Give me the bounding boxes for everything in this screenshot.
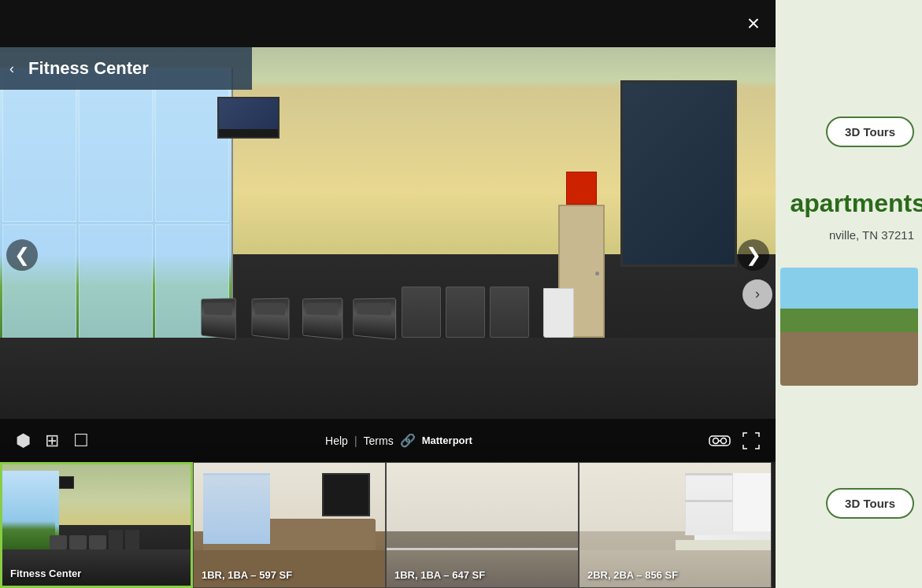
tv-screen bbox=[219, 98, 278, 129]
share-icon[interactable]: 🔗 bbox=[400, 433, 416, 448]
wall-display-inner bbox=[623, 83, 735, 264]
window-pane bbox=[79, 70, 153, 222]
treadmill-4 bbox=[354, 298, 397, 339]
weight-machine-2 bbox=[446, 287, 485, 338]
wall-display bbox=[620, 80, 737, 267]
vr-headset-icon[interactable] bbox=[709, 434, 731, 448]
panorama-viewer[interactable]: ‹ Fitness Center bbox=[0, 47, 776, 462]
thumbnail-fitness-center[interactable]: Fitness Center bbox=[0, 462, 193, 588]
next-button[interactable]: ❯ bbox=[738, 239, 769, 271]
thumbnail-1br-597[interactable]: 1BR, 1BA – 597 SF bbox=[193, 462, 386, 588]
thumbnail-label-2br-856: 2BR, 2BA – 856 SF bbox=[587, 569, 678, 581]
modal-overlay: × ‹ Fitness Center bbox=[0, 0, 776, 588]
door-knob bbox=[595, 272, 599, 276]
svg-point-1 bbox=[713, 438, 719, 443]
treadmill-3 bbox=[302, 298, 343, 339]
viewer-title: Fitness Center bbox=[28, 58, 149, 79]
modal-topbar: × bbox=[0, 0, 776, 47]
treadmill-1 bbox=[201, 298, 235, 339]
toolbar-divider: | bbox=[354, 435, 357, 447]
thumbnail-2br-856[interactable]: 2BR, 2BA – 856 SF bbox=[579, 462, 772, 588]
window-pane bbox=[155, 70, 229, 222]
close-button[interactable]: × bbox=[747, 13, 760, 35]
svg-point-2 bbox=[721, 438, 727, 443]
back-arrow-icon[interactable]: ‹ bbox=[9, 61, 14, 77]
weight-machine-1 bbox=[402, 287, 441, 338]
bg-next-arrow-button[interactable]: › bbox=[742, 279, 772, 309]
fullscreen-icon[interactable] bbox=[742, 432, 760, 449]
terms-link[interactable]: Terms bbox=[364, 435, 394, 447]
bg-3d-tours-button-2[interactable]: 3D Tours bbox=[826, 488, 914, 519]
treadmill-2 bbox=[252, 298, 290, 339]
thumbnail-1br-647[interactable]: 1BR, 1BA – 647 SF bbox=[386, 462, 579, 588]
trash-can bbox=[543, 288, 574, 338]
prev-button[interactable]: ❮ bbox=[6, 239, 38, 271]
bg-apartments-text: apartments bbox=[791, 189, 923, 218]
title-bar: ‹ Fitness Center bbox=[0, 47, 252, 90]
bg-building-image bbox=[780, 268, 918, 386]
safety-equipment-box bbox=[566, 172, 597, 205]
toolbar-help-section: Help | Terms 🔗 Matterport bbox=[325, 433, 472, 448]
weight-machine-3 bbox=[490, 287, 529, 338]
thumbnail-label-fitness: Fitness Center bbox=[10, 568, 81, 579]
3d-box-icon[interactable]: ⬢ bbox=[16, 431, 31, 451]
help-link[interactable]: Help bbox=[325, 435, 348, 447]
window-pane bbox=[2, 70, 76, 222]
floorplan-icon[interactable]: ⊞ bbox=[45, 431, 59, 451]
thumbnail-label-1br-597: 1BR, 1BA – 597 SF bbox=[202, 569, 292, 581]
thumbnail-label-1br-647: 1BR, 1BA – 647 SF bbox=[394, 569, 485, 581]
wall-tv bbox=[217, 97, 280, 139]
thumbnail-strip: Fitness Center 1BR, 1BA – 597 SF bbox=[0, 462, 776, 588]
bg-3d-tours-button-1[interactable]: 3D Tours bbox=[826, 116, 914, 147]
viewer-toolbar: ⬢ ⊞ ☐ Help | Terms 🔗 Matterport bbox=[0, 419, 776, 462]
matterport-logo[interactable]: Matterport bbox=[422, 435, 472, 446]
ruler-icon[interactable]: ☐ bbox=[73, 431, 89, 451]
bg-address-text: nville, TN 37211 bbox=[829, 228, 914, 242]
